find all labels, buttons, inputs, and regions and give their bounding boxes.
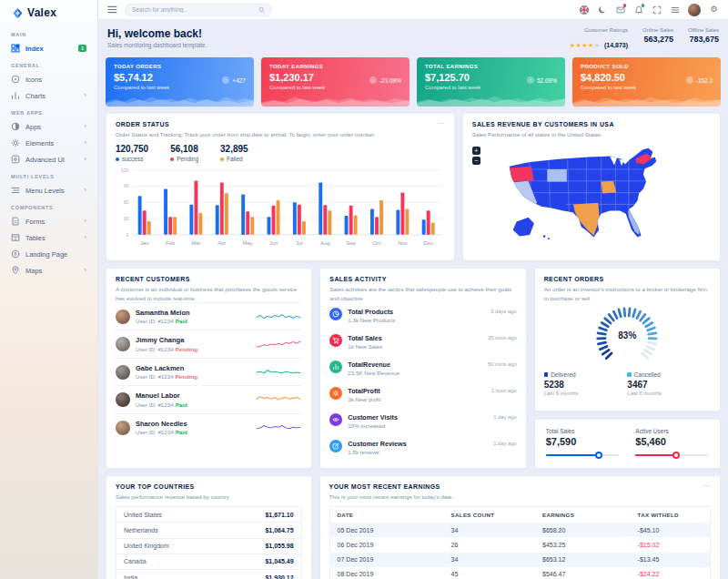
- cancelled-stat: Cancelled 3467 Last 6 months: [627, 371, 711, 396]
- state-hawaii[interactable]: [548, 238, 550, 239]
- svg-text:120: 120: [121, 168, 129, 173]
- orders-gauge: 83%: [588, 304, 666, 370]
- total-earnings-card[interactable]: TOTAL EARNINGS $7,125.70 Compared to las…: [417, 57, 565, 107]
- edit-icon: [329, 440, 342, 452]
- uk-flag-icon[interactable]: [579, 5, 589, 15]
- messages-icon[interactable]: [615, 5, 625, 15]
- table-icon: [11, 233, 20, 242]
- sidebar-item-apps[interactable]: Apps ›: [0, 118, 97, 135]
- search-input[interactable]: [132, 6, 255, 13]
- sidebar-item-forms[interactable]: Forms ›: [0, 213, 97, 229]
- failed-stat: 32,895 Failed: [220, 144, 248, 162]
- country-row[interactable]: Netherlands$1,064.75: [116, 522, 301, 537]
- activity-list-item[interactable]: TotalProfit3k New profit 1 hour ago: [329, 381, 516, 408]
- customer-list-item[interactable]: Jimmy Changa User ID: #1234Pending: [116, 330, 302, 358]
- sidebar-item-charts[interactable]: Charts ›: [0, 87, 97, 104]
- slider-handle[interactable]: [595, 452, 602, 459]
- slider-handle[interactable]: [672, 452, 680, 459]
- star-muted-icon: ★: [594, 42, 601, 48]
- country-row[interactable]: United Kingdom$1,055.98: [116, 538, 301, 554]
- order-status-bar-chart: 0306090120JanFebMarAprMayJunJulAugSepOct…: [116, 165, 445, 252]
- trend-down-icon: ↓: [369, 76, 377, 84]
- sidebar-item-tables[interactable]: Tables ›: [0, 229, 97, 246]
- svg-text:Sep: Sep: [346, 241, 355, 247]
- sidebar-item-advanced-ui[interactable]: Advanced UI ›: [0, 151, 97, 168]
- offline-sales-stat: Offline Sales 783,675: [688, 27, 719, 51]
- app-logo[interactable]: Valex: [0, 0, 97, 25]
- activity-list-item[interactable]: Total Sales1k New Sales 35 mins ago: [329, 329, 516, 355]
- table-row[interactable]: 07 Dec 201934$653.12-$13.45: [329, 553, 710, 567]
- customer-list-item[interactable]: Sharon Needles User ID: #1234Paid: [116, 413, 302, 442]
- activity-list-item[interactable]: Customer Reviews1.5k reviews 1 day ago: [329, 434, 516, 461]
- hamburger-menu-icon[interactable]: [107, 5, 117, 14]
- avatar: [116, 365, 130, 380]
- map-zoom-in-button[interactable]: +: [472, 147, 480, 155]
- sidebar-item-index[interactable]: Index 1: [0, 40, 97, 56]
- today-earnings-card[interactable]: TODAY EARNINGS $1,230.17 Compared to las…: [261, 57, 410, 107]
- today-orders-card[interactable]: TODAY ORDERS $5,74.12 Compared to last w…: [106, 57, 254, 107]
- activity-list-item[interactable]: Customer Visits15% increased 1 day ago: [329, 408, 516, 434]
- sidebar-item-label: Advanced UI: [25, 156, 65, 164]
- customer-list-item[interactable]: Gabe Lackmen User ID: #1234Pending: [116, 358, 302, 386]
- sidebar-item-elements[interactable]: Elements ›: [0, 135, 97, 151]
- sidebar-item-landing-page[interactable]: Landing Page: [0, 246, 97, 262]
- country-row[interactable]: Canada$1,045.49: [116, 554, 301, 569]
- state-alaska[interactable]: [513, 218, 534, 237]
- page-title: Hi, welcome back!: [107, 27, 207, 40]
- notifications-bell-icon[interactable]: [633, 5, 643, 15]
- chevron-right-icon: ›: [84, 92, 86, 99]
- usa-sales-map-card: SALES REVENUE BY CUSTOMERS IN USA Sales …: [462, 113, 721, 261]
- sidebar: Valex MAIN Index 1 GENERAL Icons Charts …: [0, 0, 98, 579]
- legend-dot: [220, 157, 224, 161]
- fullscreen-icon[interactable]: [652, 5, 662, 15]
- usa-map[interactable]: [472, 140, 711, 249]
- state-hawaii[interactable]: [543, 236, 546, 239]
- icons-icon: [11, 75, 20, 84]
- customer-sparkline: [255, 392, 302, 407]
- country-row[interactable]: India$1,930.12: [116, 569, 301, 579]
- document-icon: [11, 217, 20, 226]
- svg-text:Feb: Feb: [166, 241, 175, 247]
- search-bar[interactable]: [125, 4, 272, 16]
- customer-list-item[interactable]: Manuel Labor User ID: #1234Paid: [116, 385, 302, 413]
- more-options-button[interactable]: ···: [438, 121, 445, 127]
- total-sales-slider[interactable]: [546, 452, 620, 459]
- table-row[interactable]: 06 Dec 201926$453.25-$15.02: [329, 537, 710, 552]
- customer-list-item[interactable]: Samantha Melon User ID: #1234Paid: [116, 302, 302, 330]
- card-title: YOUR TOP COUNTRIES: [116, 483, 195, 490]
- unread-dot: [623, 4, 627, 7]
- map-zoom-out-button[interactable]: −: [472, 157, 480, 165]
- sidebar-section-main: MAIN: [0, 25, 97, 40]
- activity-list-item[interactable]: TotalRevenue23.5K New Revenue 50 mins ag…: [329, 355, 516, 381]
- sidebar-item-menu-levels[interactable]: Menu Levels ›: [0, 182, 97, 198]
- sidebar-item-label: Elements: [25, 139, 54, 147]
- card-title: RECENT CUSTOMERS: [116, 276, 190, 282]
- apps-icon: [11, 122, 20, 131]
- country-row[interactable]: United States$1,671.10: [116, 507, 301, 522]
- dark-mode-moon-icon[interactable]: [597, 5, 607, 15]
- mini-area-chart: [106, 92, 254, 107]
- activity-list-item[interactable]: Total Products1.3k New Products 3 days a…: [329, 302, 516, 329]
- active-users-slider[interactable]: [635, 452, 709, 459]
- state-wyoming[interactable]: [547, 169, 567, 182]
- sidebar-item-icons[interactable]: Icons: [0, 71, 97, 87]
- sidebar-item-label: Index: [25, 45, 44, 53]
- sidebar-item-maps[interactable]: Maps ›: [0, 262, 97, 279]
- svg-text:Apr: Apr: [217, 241, 226, 247]
- more-options-button[interactable]: ···: [703, 483, 711, 489]
- user-avatar[interactable]: [688, 4, 701, 16]
- state-oregon[interactable]: [510, 167, 534, 182]
- table-row[interactable]: 05 Dec 201934$658.20-$45.10: [329, 523, 710, 537]
- svg-text:Aug: Aug: [320, 241, 329, 247]
- product-sold-card[interactable]: PRODUCT SOLD $4,820.50 Compared to last …: [572, 57, 721, 107]
- menu-list-icon[interactable]: [670, 5, 680, 15]
- settings-gear-icon[interactable]: ⚙: [709, 5, 719, 15]
- sidebar-section-general: GENERAL: [0, 56, 97, 71]
- legend-dot: [116, 157, 119, 161]
- avatar: [116, 337, 130, 351]
- col-date: DATE: [329, 507, 444, 523]
- table-row[interactable]: 08 Dec 201945$546.47-$24.22: [329, 567, 710, 579]
- svg-text:30: 30: [124, 216, 129, 221]
- legend-square: [544, 372, 549, 377]
- online-sales-stat: Online Sales 563,275: [642, 27, 673, 51]
